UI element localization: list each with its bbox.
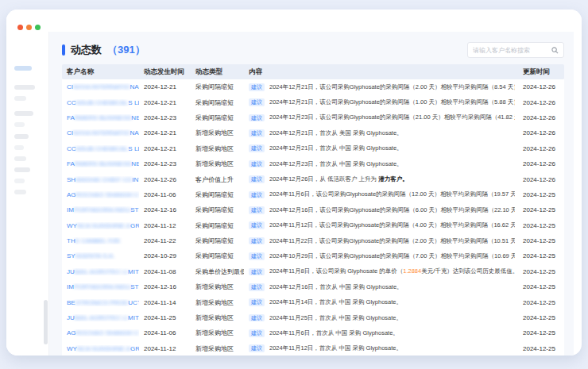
content-cell: 建议 2024年11月25日，首次从 中国 采购 Glyphosate。 [244,314,518,322]
content-cell: 建议 2024年11月12日，首次从 中国 采购 Glyphosate。 [244,344,518,352]
sidebar-scrollbar-thumb[interactable] [44,300,48,344]
main-panel: 动态数 （391） 请输入客户名称搜索 客户名称 动态发生时间 动态类型 内容 … [49,32,574,356]
event-date-cell: 2024-12-26 [139,176,191,183]
table-row: AGROCHAO SHANGH COMPA... 2024-11-06 新增采购… [62,325,564,340]
event-type-cell: 新增采购地区 [191,344,244,353]
sidebar-skeleton-item [14,167,30,172]
sidebar-nav [6,32,49,356]
table-row: IMPORTADORA INDUSTRIA... 2024-12-16 采购间隔… [62,202,564,217]
customer-name-link[interactable]: CCNSUB CHEMICALS LLC [67,145,139,152]
customer-name-link[interactable]: JUBAIL AGROTEC LIMITED [67,268,139,275]
event-type-cell: 新增采购地区 [191,298,244,307]
content-cell: 建议 2024年12月23日，该公司采购Glyphosate的采购间隔（21.0… [244,113,518,121]
customer-name-link[interactable]: CINXXA INTERNATIONAL L... [67,83,139,90]
column-header-event-type: 动态类型 [191,67,244,77]
page-title-wrap: 动态数 （391） [62,43,145,57]
content-text: 2024年11月22日，该公司采购Glyphosate的采购间隔（2.00 天）… [269,237,515,245]
customer-name-cell: JUBAIL AGROTEC LIMITED [62,268,139,275]
customer-name-link[interactable]: WYNCA SUNSHINE AGRIC ... [67,222,139,229]
close-window-button[interactable] [17,25,23,30]
customer-search-input[interactable]: 请输入客户名称搜索 [467,42,564,58]
customer-name-link[interactable]: THE CANBEL FZE [67,237,120,244]
customer-name-link[interactable]: IMPORTADORA INDUSTRIA... [67,283,139,290]
content-text: 2024年11月6日，首次从 中国 采购 Glyphosate。 [269,329,399,337]
maximize-window-button[interactable] [35,25,41,30]
event-date-cell: 2024-12-21 [139,145,191,152]
content-text: 2024年11月25日，首次从 中国 采购 Glyphosate。 [269,314,402,322]
event-type-cell: 新增采购地区 [191,283,244,291]
content-cell: 建议 2024年10月29日，该公司采购Glyphosate的采购间隔（7.00… [244,252,518,260]
suggestion-badge: 建议 [249,83,265,91]
customer-name-link[interactable]: FARMERS BUSINESSNET... [67,160,139,167]
event-type-cell: 采购单价达到最低值 [191,267,244,276]
table-row: CCNSUB CHEMICALS LLC 2024-12-21 采购间隔缩短 建… [62,94,564,110]
content-text: 2024年12月21日，首次从 中国 采购 Glyphosate。 [269,144,403,152]
customer-name-cell: THE CANBEL FZE [62,237,139,244]
table-row: CINXXA INTERNATIONAL L... 2024-12-21 采购间… [62,79,564,94]
content-cell: 建议 2024年12月16日，首次从 中国 采购 Glyphosate。 [244,283,518,291]
customer-name-link[interactable]: IMPORTADORA INDUSTRIA... [67,206,139,213]
table-row: IMPORTADORA INDUSTRIA... 2024-12-16 新增采购… [62,279,564,294]
event-type-cell: 新增采购地区 [191,144,244,153]
sidebar-skeleton-item [14,96,26,101]
sidebar-skeleton-item [14,85,35,90]
minimize-window-button[interactable] [26,25,32,30]
column-header-customer: 客户名称 [62,67,139,77]
suggestion-badge: 建议 [249,283,265,291]
suggestion-badge: 建议 [249,98,265,106]
table-row: WYNCA SUNSHINE AGRIC ... 2024-11-12 采购间隔… [62,218,564,233]
updated-cell: 2024-12-25 [518,314,564,321]
customer-name-cell: JUBAIL AGROTEC LIMITED [62,314,139,321]
customer-name-link[interactable]: BESTRONICS PRODUCTIO... [67,299,139,306]
event-type-cell: 采购间隔缩短 [191,252,244,260]
search-icon[interactable] [551,47,559,54]
customer-name-link[interactable]: CINXXA INTERNATIONAL L... [67,129,139,136]
updated-cell: 2024-12-25 [518,252,564,259]
table-row: AGROCHAO SHANGH COMPA... 2024-11-06 采购间隔… [62,187,564,202]
event-type-cell: 新增采购地区 [191,313,244,322]
updated-cell: 2024-12-25 [518,283,564,290]
customer-name-cell: WYNCA SUNSHINE AGRIC ... [62,345,139,352]
suggestion-badge: 建议 [249,298,265,306]
customer-name-link[interactable]: SYNGENTA S.A. [67,252,114,259]
content-text: 2024年12月21日，首次从 美国 采购 Glyphosate。 [269,129,403,137]
window-controls [17,25,41,30]
sidebar-skeleton-item-active [14,66,32,71]
event-date-cell: 2024-12-23 [139,114,191,121]
sidebar-skeleton-item [14,190,26,194]
table-header-row: 客户名称 动态发生时间 动态类型 内容 更新时间 [62,64,564,79]
customer-name-link[interactable]: WYNCA SUNSHINE AGRIC ... [67,345,139,352]
content-cell: 建议 2024年12月21日，首次从 中国 采购 Glyphosate。 [244,144,518,152]
updated-cell: 2024-12-26 [518,99,564,106]
customer-name-link[interactable]: AGROCHAO SHANGH COMPA... [67,191,139,198]
sidebar-skeleton-item [14,111,33,116]
event-date-cell: 2024-11-14 [139,299,191,306]
suggestion-badge: 建议 [249,144,265,152]
customer-name-link[interactable]: CCNSUB CHEMICALS LLC [67,99,139,106]
content-cell: 建议 2024年12月26日，从 低活跃客户 上升为 潜力客户。 [244,175,518,183]
content-cell: 建议 2024年11月14日，首次从 中国 采购 Glyphosate。 [244,298,518,306]
page-title: 动态数 [71,43,102,57]
content-text: 2024年12月26日，从 低活跃客户 上升为 潜力客户。 [269,175,408,183]
event-date-cell: 2024-12-16 [139,206,191,213]
table-row: SHANGHAI CHIEF COINTER... 2024-12-26 客户价… [62,171,564,186]
table-row: THE CANBEL FZE 2024-11-22 采购间隔缩短 建议 2024… [62,233,564,248]
window-titlebar [6,10,582,32]
customer-name-link[interactable]: AGROCHAO SHANGH COMPA... [67,329,139,336]
content-text: 2024年12月23日，首次从 中国 采购 Glyphosate。 [269,160,403,168]
event-date-cell: 2024-12-23 [139,160,191,167]
customer-name-cell: CINXXA INTERNATIONAL L... [62,129,139,136]
customer-name-link[interactable]: SHANGHAI CHIEF COINTER... [67,176,139,183]
suggestion-badge: 建议 [249,160,265,168]
customer-name-cell: SYNGENTA S.A. [62,252,139,259]
event-date-cell: 2024-11-06 [139,329,191,336]
suggestion-badge: 建议 [249,329,265,337]
customer-name-link[interactable]: FARMERS BUSINESSNET... [67,114,139,121]
content-text: 2024年12月23日，该公司采购Glyphosate的采购间隔（21.00 天… [269,113,515,121]
customer-name-link[interactable]: JUBAIL AGROTEC LIMITED [67,314,139,321]
suggestion-badge: 建议 [249,191,265,199]
content-text: 2024年12月16日，该公司采购Glyphosate的采购间隔（6.00 天）… [269,206,515,214]
event-type-cell: 客户价值上升 [191,175,244,184]
suggestion-badge: 建议 [249,175,265,183]
search-placeholder: 请输入客户名称搜索 [473,46,548,55]
